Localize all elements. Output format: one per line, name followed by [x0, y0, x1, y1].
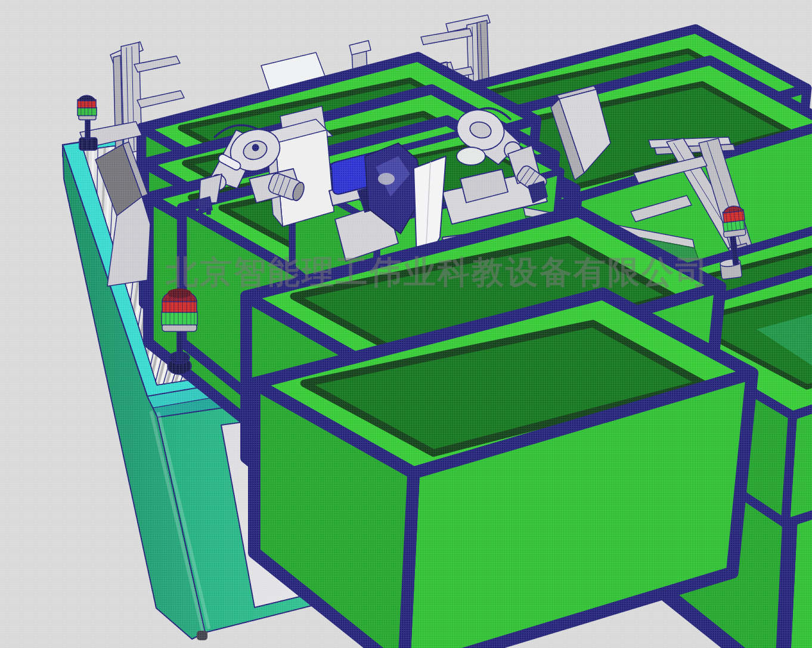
workbench-3d-scene: [0, 0, 812, 648]
signal-front-green-segment: [162, 311, 197, 325]
caster-front-left: [197, 631, 207, 640]
cad-render-stage: 北京智能理工伟业科教设备有限公司: [0, 0, 812, 648]
company-watermark: 北京智能理工伟业科教设备有限公司: [166, 251, 738, 294]
signal-left-cap: [78, 95, 95, 101]
signal-left-green-segment: [78, 107, 97, 116]
signal-front-red-segment: [162, 300, 197, 312]
